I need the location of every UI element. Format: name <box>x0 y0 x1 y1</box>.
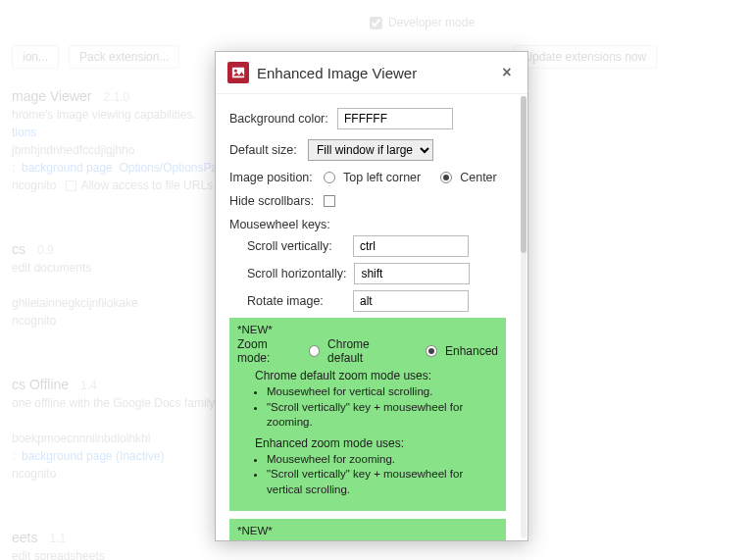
scroll-horizontally-label: Scroll horizontally: <box>247 267 346 280</box>
scroll-vertically-input[interactable] <box>353 235 469 257</box>
app-icon <box>227 62 249 83</box>
file-urls-checkbox[interactable] <box>66 180 76 191</box>
extension-version: 1.1 <box>49 532 66 545</box>
default-size-select[interactable]: Fill window if larger <box>308 139 433 161</box>
file-urls-label: Allow access to file URLs <box>80 178 213 192</box>
dialog-header: Enhanced Image Viewer × <box>216 52 527 94</box>
zoom-chrome-label: Chrome default <box>327 337 405 365</box>
zoom-enhanced-radio[interactable] <box>426 345 437 357</box>
rotate-image-label: Rotate image: <box>247 294 345 308</box>
rotate-image-input[interactable] <box>353 290 469 312</box>
image-position-label: Image position: <box>229 171 316 184</box>
new-zoom-section: *NEW* Zoom mode: Chrome default Enhanced… <box>229 318 506 511</box>
extension-version: 1.4 <box>80 379 97 392</box>
bgcolor-label: Background color: <box>229 112 329 126</box>
extension-version: 2.1.0 <box>103 90 129 104</box>
zoom-default-bullet: "Scroll vertically" key + mousewheel for… <box>267 400 498 431</box>
hide-scrollbars-checkbox[interactable] <box>324 195 335 207</box>
zoom-default-bullet: Mousewheel for vertical scrolling. <box>267 384 498 400</box>
zoom-default-heading: Chrome default zoom mode uses: <box>237 369 498 382</box>
svg-rect-0 <box>232 68 244 78</box>
developer-mode-toggle[interactable]: Developer mode <box>370 16 475 29</box>
extension-name: mage Viewer <box>12 88 91 104</box>
scroll-vertically-label: Scroll vertically: <box>247 239 345 253</box>
scroll-horizontally-input[interactable] <box>354 263 470 284</box>
new-tag: *NEW* <box>237 324 498 335</box>
update-extensions-button[interactable]: Update extensions now <box>513 45 657 69</box>
incognito-label: ncognito <box>12 178 56 192</box>
zoom-enhanced-bullet: Mousewheel for zooming. <box>267 452 498 468</box>
svg-point-1 <box>234 70 237 73</box>
zoom-mode-label: Zoom mode: <box>237 337 301 365</box>
extension-description: edit spreadsheets <box>12 549 741 560</box>
zoom-chrome-radio[interactable] <box>309 345 321 357</box>
developer-mode-label: Developer mode <box>388 16 475 29</box>
hide-scrollbars-label: Hide scrollbars: <box>229 194 316 208</box>
zoom-enhanced-bullet: "Scroll vertically" key + mousewheel for… <box>267 467 498 497</box>
image-position-topleft-radio[interactable] <box>324 172 335 183</box>
new-context-section: *NEW* Show "View image in same tab" cont… <box>229 519 506 540</box>
bgcolor-input[interactable] <box>337 108 453 129</box>
context-menu-label: Show "View image in same tab" context me… <box>237 538 479 540</box>
close-icon[interactable]: × <box>498 64 516 81</box>
image-position-center-radio[interactable] <box>440 172 452 183</box>
ion-button[interactable]: ion... <box>12 45 59 69</box>
zoom-enhanced-label: Enhanced <box>445 344 498 358</box>
extension-name: eets <box>12 530 37 545</box>
dialog-title: Enhanced Image Viewer <box>257 65 498 81</box>
image-position-topleft-label: Top left corner <box>343 171 421 184</box>
zoom-enhanced-heading: Enhanced zoom mode uses: <box>237 436 498 450</box>
background-page-link[interactable]: background page <box>22 161 113 175</box>
extension-name: cs <box>12 241 25 257</box>
extension-version: 0.9 <box>37 243 54 257</box>
default-size-label: Default size: <box>229 143 300 157</box>
image-position-center-label: Center <box>460 171 497 184</box>
permissions-link[interactable]: tions <box>12 126 36 139</box>
options-dialog: Enhanced Image Viewer × Background color… <box>215 51 528 541</box>
dialog-body: Background color: Default size: Fill win… <box>216 94 520 540</box>
new-tag: *NEW* <box>237 525 498 536</box>
mousewheel-keys-label: Mousewheel keys: <box>229 218 506 231</box>
scrollbar-thumb[interactable] <box>521 96 527 253</box>
developer-mode-checkbox[interactable] <box>370 17 382 29</box>
pack-extension-button[interactable]: Pack extension... <box>69 45 179 69</box>
extension-name: cs Offline <box>12 377 69 392</box>
background-page-link[interactable]: background page (Inactive) <box>22 449 164 463</box>
